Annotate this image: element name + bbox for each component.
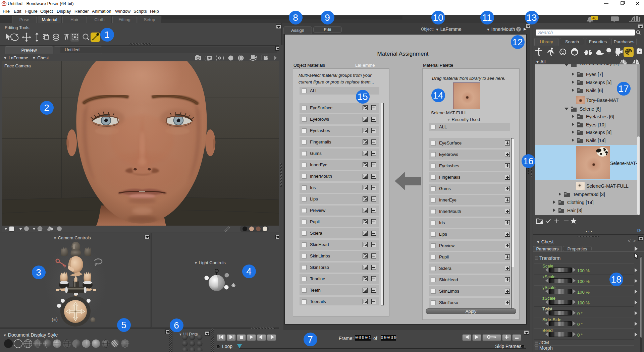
svg-text:48: 48 [592, 16, 596, 20]
